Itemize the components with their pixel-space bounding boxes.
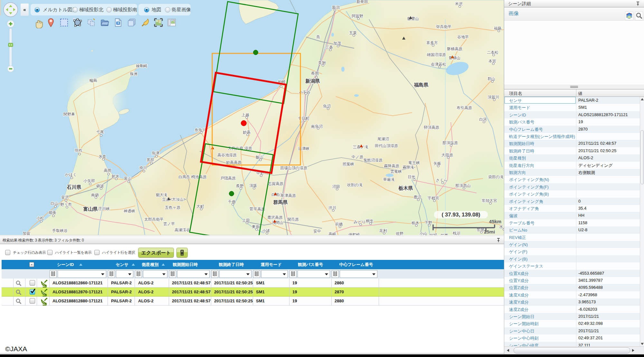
svg-text:栃木: 栃木 [412,221,419,225]
svg-text:清津峡: 清津峡 [298,146,309,151]
svg-text:宇都宮: 宇都宮 [428,196,439,200]
svg-text:五泉: 五泉 [349,31,357,35]
svg-text:栃木県: 栃木県 [398,185,413,191]
svg-text:長岡: 長岡 [311,71,319,76]
svg-text:飯豊山: 飯豊山 [407,16,419,21]
svg-text:阿賀野: 阿賀野 [352,14,363,18]
svg-text:雲竜峡: 雲竜峡 [390,169,402,174]
svg-text:上田: 上田 [242,218,250,223]
svg-text:見附: 見附 [318,60,326,65]
svg-text:常陸大宮: 常陸大宮 [482,198,497,203]
svg-text:華厳滝: 華厳滝 [383,177,395,182]
svg-text:布引高原: 布引高原 [457,105,472,110]
svg-text:加賀: 加賀 [23,231,30,235]
svg-text:45km: 45km [489,219,501,224]
svg-text:那須烏山: 那須烏山 [455,183,471,188]
svg-text:白山: 白山 [51,201,58,206]
svg-text:関野鼻: 関野鼻 [63,112,75,116]
svg-text:高崎: 高崎 [328,232,336,235]
svg-text:鬼怒沼湿原: 鬼怒沼湿原 [363,158,383,162]
svg-text:妙高高原: 妙高高原 [226,160,242,165]
svg-text:沼田: 沼田 [332,184,340,189]
svg-text:袋田の滝: 袋田の滝 [488,175,504,179]
svg-text:矢板: 矢板 [433,161,441,166]
svg-text:高瀬渓谷: 高瀬渓谷 [175,228,190,232]
svg-text:足利: 足利 [379,228,387,233]
svg-text:高谷池湿原: 高谷池湿原 [217,153,237,157]
svg-text:魚津: 魚津 [152,151,159,155]
svg-text:照葉峡: 照葉峡 [343,162,354,166]
svg-text:太郎兵衛平: 太郎兵衛平 [144,217,164,222]
svg-text:三条: 三条 [325,45,333,50]
svg-text:下野: 下野 [424,220,432,225]
svg-text:飯山: 飯山 [256,155,263,160]
svg-text:渋川: 渋川 [328,206,336,210]
svg-text:白河: 白河 [479,117,487,122]
svg-text:長野: 長野 [236,184,244,188]
svg-text:滑川: 滑川 [139,166,147,170]
svg-text:砺波: 砺波 [96,184,104,188]
svg-text:富山県: 富山県 [83,206,98,212]
svg-text:南砺: 南砺 [91,193,99,197]
svg-text:禄剛崎: 禄剛崎 [136,64,147,68]
svg-text:剱大滝: 剱大滝 [156,193,167,197]
svg-text:25mi: 25mi [484,229,495,234]
svg-text:桐生: 桐生 [365,219,374,223]
svg-text:新潟県: 新潟県 [305,78,320,84]
svg-text:大町: 大町 [196,204,204,209]
svg-text:閑売原: 閑売原 [287,217,299,222]
svg-text:吹割の滝: 吹割の滝 [347,183,363,187]
svg-text:千曲: 千曲 [228,199,236,204]
svg-text:那須塩原: 那須塩原 [442,141,458,145]
svg-text:魚沼: 魚沼 [323,104,331,108]
svg-text:小諸: 小諸 [262,228,270,233]
svg-text:七尾: 七尾 [96,130,104,134]
svg-text:かほく: かほく [65,172,77,177]
svg-text:二本松: 二本松 [487,50,498,55]
svg-text:東御: 東御 [252,224,260,229]
svg-text:手取峡谷: 手取峡谷 [52,228,68,233]
svg-text:竜王峡: 竜王峡 [408,160,420,165]
svg-text:谷地平: 谷地平 [457,35,469,39]
svg-text:志賀高原: 志賀高原 [268,181,283,186]
svg-text:須賀川: 須賀川 [488,95,499,99]
svg-text:中ノ原: 中ノ原 [352,155,363,159]
svg-text:庄川峡: 庄川峡 [98,206,110,211]
svg-text:卵須高原: 卵須高原 [424,125,439,130]
svg-text:小矢部: 小矢部 [83,178,95,183]
svg-text:福島: 福島 [494,26,502,31]
svg-text:富山: 富山 [124,176,132,181]
svg-text:喜多方: 喜多方 [426,41,438,45]
svg-text:能美: 能美 [49,210,56,215]
svg-text:草津高原: 草津高原 [280,193,296,198]
svg-text:郡山: 郡山 [488,77,495,81]
svg-text:磐梯山: 磐梯山 [449,56,460,60]
svg-text:佐野: 佐野 [396,231,403,235]
svg-text:白馬岳 栂池高原: 白馬岳 栂池高原 [178,175,206,179]
svg-text:射水: 射水 [111,174,119,178]
svg-text:神通峡: 神通峡 [123,209,135,213]
svg-text:群馬県: 群馬県 [273,199,288,205]
svg-text:糸魚川: 糸魚川 [194,128,206,132]
svg-text:菅平高原: 菅平高原 [250,207,265,211]
svg-text:苗場山頂の湿原: 苗場山頂の湿原 [280,166,307,170]
svg-text:前橋: 前橋 [335,222,343,226]
svg-text:輪島: 輪島 [90,78,97,83]
svg-text:妙高: 妙高 [243,130,251,134]
svg-text:鹿沢高原: 鹿沢高原 [267,215,283,220]
svg-text:さくら: さくら [436,178,448,182]
svg-text:尾瀬沼: 尾瀬沼 [377,137,389,141]
svg-text:燕: 燕 [316,35,320,39]
svg-text:立山<大汝山>: 立山<大汝山> [162,197,186,202]
svg-text:安中: 安中 [313,229,321,233]
svg-text:雄国沼湿原: 雄国沼湿原 [427,52,446,57]
svg-text:会津若松: 会津若松 [431,62,446,67]
svg-text:米沢: 米沢 [455,2,463,6]
svg-text:野々市: 野々市 [60,202,72,207]
svg-text:磐梯高原: 磐梯高原 [447,47,462,51]
svg-text:雲ノ平: 雲ノ平 [163,222,175,226]
svg-text:霧降高原: 霧降高原 [384,164,399,168]
svg-text:新潟: 新潟 [332,5,340,10]
svg-text:須坂: 須坂 [249,183,257,188]
svg-text:本宮: 本宮 [488,59,496,63]
